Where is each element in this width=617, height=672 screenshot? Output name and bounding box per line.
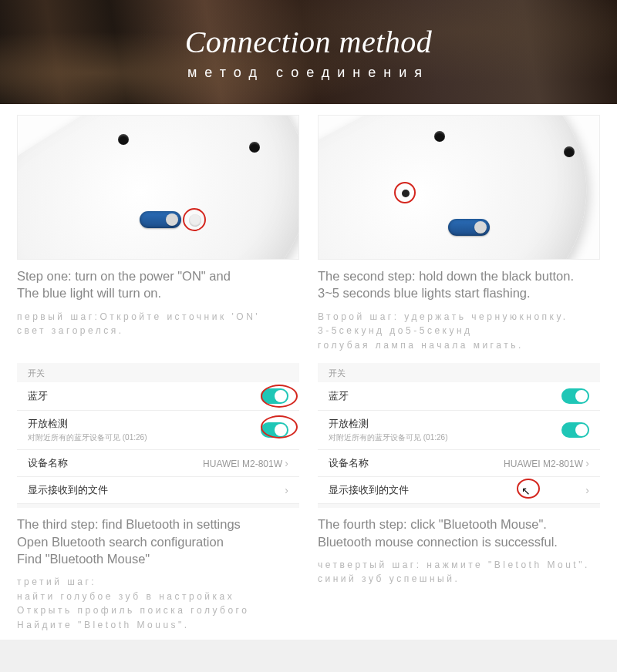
highlight-oval-icon [261, 415, 298, 438]
device-name-row[interactable]: 设备名称 HUAWEI M2-801W › [17, 450, 299, 477]
page-title: Connection method [185, 24, 433, 60]
highlight-oval-icon [261, 385, 298, 408]
step-4-text-en: The fourth step: click "Bluetooth Mouse"… [318, 516, 600, 550]
step-2-text-ru: Второй шаг: удержать чернуюкнопку. 3-5се… [318, 310, 600, 353]
received-files-row[interactable]: 显示接收到的文件 › ↖ [318, 477, 600, 504]
steps-grid: Step one: turn on the power "ON" and The… [0, 104, 617, 640]
received-files-row[interactable]: 显示接收到的文件 › [17, 477, 299, 504]
step-3: 开关 蓝牙 开放检测 对附近所有的蓝牙设备可见 (01:26) 设备名称 HUA… [17, 363, 299, 632]
chevron-right-icon: › [285, 484, 288, 496]
device-name-label: 设备名称 [28, 456, 68, 470]
bluetooth-label: 蓝牙 [28, 389, 48, 403]
bluetooth-toggle[interactable] [561, 388, 589, 404]
step-4: 开关 蓝牙 开放检测 对附近所有的蓝牙设备可见 (01:26) 设备名称 HUA… [318, 363, 600, 632]
open-detect-row[interactable]: 开放检测 对附近所有的蓝牙设备可见 (01:26) [318, 411, 600, 450]
header-banner: Connection method метод соединения [0, 0, 617, 104]
step-3-text-ru: третий шаг: найти голубое зуб в настройк… [17, 575, 299, 632]
highlight-ring-icon [394, 182, 416, 203]
step-2: The second step: hold down the black but… [318, 115, 600, 352]
bluetooth-row[interactable]: 蓝牙 [318, 382, 600, 411]
step-3-settings-panel: 开关 蓝牙 开放检测 对附近所有的蓝牙设备可见 (01:26) 设备名称 HUA… [17, 363, 299, 508]
step-1-text-en: Step one: turn on the power "ON" and The… [17, 267, 299, 302]
open-detect-label: 开放检测 [28, 418, 68, 429]
device-name-row[interactable]: 设备名称 HUAWEI M2-801W › [318, 450, 600, 477]
step-1: Step one: turn on the power "ON" and The… [17, 115, 299, 352]
received-files-label: 显示接收到的文件 [28, 483, 108, 497]
step-1-image [17, 115, 299, 260]
step-4-settings-panel: 开关 蓝牙 开放检测 对附近所有的蓝牙设备可见 (01:26) 设备名称 HUA… [318, 363, 600, 508]
highlight-ring-icon [183, 208, 206, 231]
paired-header: 已配对的设备 [17, 504, 299, 508]
open-detect-row[interactable]: 开放检测 对附近所有的蓝牙设备可见 (01:26) [17, 411, 299, 450]
bluetooth-row[interactable]: 蓝牙 [17, 382, 299, 411]
settings-section-header: 开关 [17, 363, 299, 382]
step-2-image [318, 115, 600, 260]
settings-section-header: 开关 [318, 363, 600, 382]
paired-header: 已配对的设备 [318, 504, 600, 508]
page-subtitle: метод соединения [187, 65, 430, 81]
step-3-text-en: The third step: find Bluetooth in settin… [17, 516, 299, 567]
step-2-text-en: The second step: hold down the black but… [318, 267, 600, 302]
open-detect-sub: 对附近所有的蓝牙设备可见 (01:26) [28, 432, 147, 443]
highlight-oval-icon [517, 479, 540, 499]
device-name-value: HUAWEI M2-801W › [203, 457, 288, 469]
open-detect-toggle[interactable] [561, 422, 589, 438]
step-1-text-ru: первый шаг:Откройте источник 'ON' свет з… [17, 310, 299, 338]
step-4-text-ru: четвертый шаг: нажмите "Bletoth Mout". с… [318, 558, 600, 586]
chevron-right-icon: › [585, 484, 589, 496]
